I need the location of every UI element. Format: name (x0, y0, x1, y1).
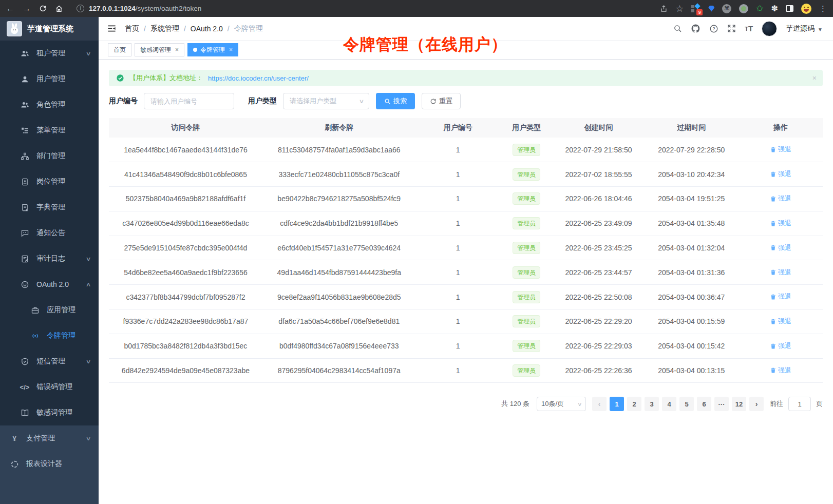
access-token-cell: 275e5de9151045fe87cbdc395e004f4d (109, 236, 262, 260)
tag-tab[interactable]: 令牌管理× (187, 43, 238, 56)
sidebar-item-label: 审计日志 (36, 254, 65, 263)
table-column-header: 用户编号 (416, 118, 500, 138)
trash-icon (770, 220, 777, 227)
gem-extension-icon[interactable] (708, 6, 714, 12)
sidebar-item[interactable]: 用户管理 (0, 66, 99, 92)
sidebar-item[interactable]: 应用管理 (0, 297, 99, 323)
sidebar-item[interactable]: </>错误码管理 (0, 374, 99, 400)
tab-close-icon[interactable]: × (175, 46, 179, 53)
forward-icon[interactable]: → (23, 5, 31, 13)
side-panel-icon[interactable] (786, 5, 793, 12)
force-logout-button[interactable]: 强退 (770, 219, 791, 228)
table-row: c342377bf8b344799dcbf7bf095287f29ce8ef2a… (109, 285, 823, 309)
user-avatar[interactable] (762, 21, 777, 36)
tab-label: 首页 (113, 46, 126, 54)
force-logout-button[interactable]: 强退 (770, 268, 791, 277)
sidebar-item[interactable]: 报表设计器 (0, 451, 99, 477)
user-type-cell: 管理员 (500, 358, 553, 383)
page-number-button[interactable]: 1 (610, 397, 624, 411)
browser-menu-icon[interactable]: ⋮ (819, 4, 827, 13)
expire-time-cell: 2054-03-04 00:15:42 (644, 334, 738, 358)
bookmark-star-icon[interactable]: ☆ (675, 4, 684, 13)
github-icon[interactable] (691, 24, 701, 33)
page-number-button[interactable]: 3 (645, 397, 659, 411)
url-bar[interactable]: i 127.0.0.1:1024/system/oauth2/token (71, 5, 652, 12)
force-logout-button[interactable]: 强退 (770, 145, 791, 154)
force-logout-button[interactable]: 强退 (770, 243, 791, 253)
force-logout-button[interactable]: 强退 (770, 169, 791, 179)
page-number-button[interactable]: 2 (627, 397, 641, 411)
sidebar-item[interactable]: 字典管理 (0, 195, 99, 220)
user-type-badge: 管理员 (513, 315, 540, 327)
search-icon[interactable] (673, 24, 682, 33)
tag-tab[interactable]: 首页 (108, 43, 131, 56)
user-id-cell: 1 (416, 260, 500, 285)
share-icon[interactable] (660, 5, 668, 13)
user-type-placeholder: 请选择用户类型 (290, 96, 336, 106)
font-size-icon[interactable]: TT (745, 24, 753, 33)
force-logout-button[interactable]: 强退 (770, 366, 791, 375)
sidebar-item[interactable]: 部门管理 (0, 143, 99, 169)
site-info-icon[interactable]: i (77, 5, 84, 12)
breadcrumb-item[interactable]: OAuth 2.0 (191, 25, 223, 33)
breadcrumb-item[interactable]: 系统管理 (150, 24, 179, 33)
breadcrumb-item[interactable]: 首页 (125, 24, 139, 33)
recorder-extension-icon[interactable] (739, 4, 748, 13)
sidebar-item[interactable]: 租户管理∨ (0, 41, 99, 66)
extensions-puzzle-icon[interactable]: ✽ (771, 4, 778, 13)
sidebar-item[interactable]: 短信管理∨ (0, 348, 99, 374)
page-number-button[interactable]: 12 (732, 397, 746, 411)
sidebar-item-label: 字典管理 (36, 203, 65, 212)
extension-badge-icon[interactable]: 9 (691, 4, 701, 13)
sidebar-item[interactable]: 审计日志∨ (0, 246, 99, 272)
fullscreen-icon[interactable] (727, 24, 736, 33)
sidebar: 芋道管理系统 租户管理∨用户管理角色管理菜单管理部门管理岗位管理字典管理通知公告… (0, 17, 99, 504)
page-number-button[interactable]: 5 (679, 397, 694, 411)
search-button[interactable]: 搜索 (376, 93, 415, 109)
breadcrumb-separator: / (228, 25, 230, 33)
user-id-input[interactable] (144, 93, 234, 109)
sidebar-item[interactable]: 菜单管理 (0, 118, 99, 143)
tag-tab[interactable]: 敏感词管理× (135, 43, 184, 56)
force-logout-button[interactable]: 强退 (770, 341, 791, 351)
profile-avatar-icon[interactable] (801, 4, 811, 14)
app-logo[interactable]: 芋道管理系统 (0, 17, 99, 41)
user-type-select[interactable]: 请选择用户类型 ∨ (283, 93, 369, 109)
command-extension-icon[interactable]: ⌘ (722, 4, 731, 13)
sidebar-item[interactable]: 通知公告 (0, 220, 99, 246)
alert-close-icon[interactable]: × (812, 74, 817, 82)
alert-doc-link[interactable]: https://doc.iocoder.cn/user-center/ (208, 74, 309, 82)
pagination: 共 120 条 10条/页 ∨ ‹123456···12› 前往 页 (109, 397, 823, 411)
sidebar-item[interactable]: 敏感词管理 (0, 400, 99, 425)
sidebar-item[interactable]: 角色管理 (0, 92, 99, 118)
user-menu[interactable]: 芋道源码 ▼ (786, 24, 823, 33)
page-size-select[interactable]: 10条/页 ∨ (537, 397, 586, 411)
force-logout-button[interactable]: 强退 (770, 194, 791, 203)
action-cell: 强退 (739, 236, 823, 260)
sidebar-item[interactable]: 令牌管理 (0, 323, 99, 348)
green-star-extension-icon[interactable]: ✩ (756, 3, 763, 14)
back-icon[interactable]: ← (6, 5, 14, 13)
home-icon[interactable] (55, 5, 63, 13)
sidebar-item[interactable]: OAuth 2.0∧ (0, 272, 99, 297)
sidebar-item[interactable]: 岗位管理 (0, 169, 99, 195)
tab-close-icon[interactable]: × (229, 46, 233, 53)
page-number-button[interactable]: 6 (697, 397, 711, 411)
goto-page-input[interactable] (788, 397, 811, 411)
reset-button[interactable]: 重置 (422, 93, 461, 109)
prev-page-button[interactable]: ‹ (592, 397, 607, 411)
reload-icon[interactable] (39, 5, 47, 12)
app-logo-icon (7, 21, 22, 36)
next-page-button[interactable]: › (749, 397, 764, 411)
sidebar-item[interactable]: ¥支付管理∨ (0, 425, 99, 451)
force-logout-button[interactable]: 强退 (770, 317, 791, 326)
force-logout-button[interactable]: 强退 (770, 292, 791, 301)
sidebar-fold-icon[interactable] (107, 24, 117, 33)
help-icon[interactable]: ? (709, 24, 718, 33)
action-cell: 强退 (739, 285, 823, 309)
more-pages-button[interactable]: ··· (714, 397, 729, 411)
page-number-button[interactable]: 4 (662, 397, 676, 411)
expire-time-cell: 2022-07-29 22:28:50 (644, 138, 738, 162)
sidebar-item-label: 用户管理 (36, 74, 65, 84)
table-row: 502375b8040a469a9b82188afdf6af1fbe90422b… (109, 187, 823, 211)
